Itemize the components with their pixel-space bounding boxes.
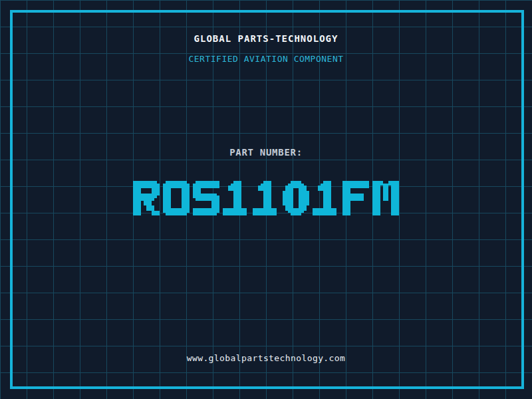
part-number-glyph	[133, 181, 160, 215]
part-number-display	[0, 181, 532, 215]
part-number-glyph	[372, 181, 399, 215]
part-number-glyph	[313, 181, 339, 215]
part-number-glyph	[223, 181, 249, 215]
company-name: GLOBAL PARTS-TECHNOLOGY	[0, 33, 532, 44]
part-number-glyph	[283, 181, 309, 215]
website-url: www.globalpartstechnology.com	[0, 353, 532, 363]
certification-subtitle: CERTIFIED AVIATION COMPONENT	[0, 54, 532, 64]
part-number-label: PART NUMBER:	[0, 147, 532, 158]
part-number-glyph	[342, 181, 369, 215]
part-number-glyph	[163, 181, 190, 215]
part-number-glyph	[193, 181, 219, 215]
certificate-canvas: { "header": { "company": "GLOBAL PARTS-T…	[0, 0, 532, 399]
part-number-glyph	[253, 181, 279, 215]
